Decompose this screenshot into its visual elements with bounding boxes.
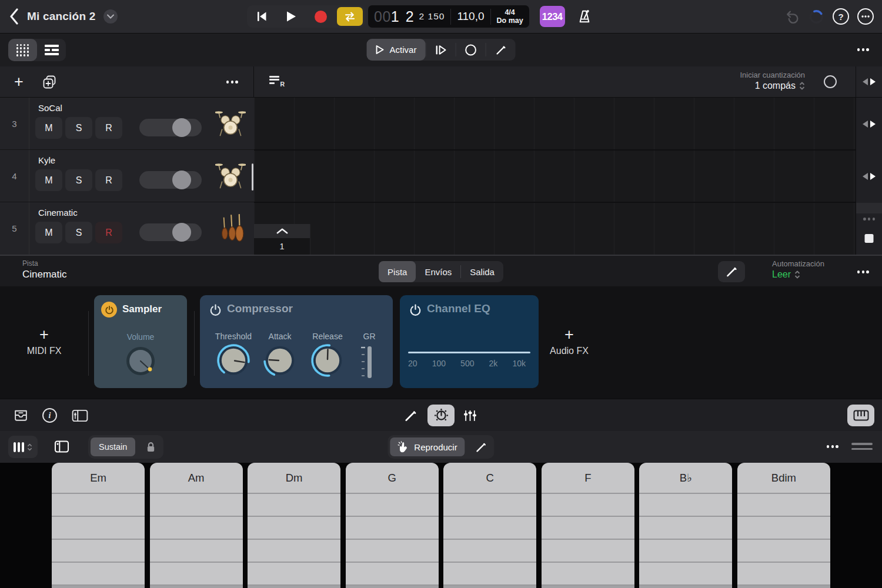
strip-layout-button[interactable] — [8, 436, 38, 458]
metronome-button[interactable] — [573, 6, 596, 27]
release-knob[interactable] — [310, 343, 345, 377]
solo-button[interactable]: S — [65, 117, 92, 139]
chord-strip-f[interactable]: F — [542, 463, 634, 588]
volume-slider[interactable] — [139, 223, 202, 241]
chord-strip-em[interactable]: Em — [52, 463, 145, 588]
strings-icon[interactable] — [215, 212, 246, 244]
compressor-plugin-card[interactable]: Compressor Threshold Attack Release GR — [200, 295, 393, 388]
quantize-control[interactable]: Iniciar cuantización 1 compás — [740, 71, 805, 91]
chord-edit-button[interactable] — [467, 441, 495, 453]
row-playhead-control[interactable] — [856, 98, 882, 150]
mute-button[interactable]: M — [35, 222, 62, 243]
chord-strip-dm[interactable]: Dm — [248, 463, 340, 588]
edit-mode-button[interactable] — [403, 399, 417, 432]
lock-button[interactable] — [138, 441, 163, 453]
sampler-power-button[interactable] — [101, 302, 117, 318]
song-menu-button[interactable] — [103, 9, 118, 24]
edit-pencil-button[interactable] — [486, 39, 515, 61]
region-inspector-icon[interactable]: R — [269, 76, 285, 88]
sampler-plugin-card[interactable]: Sampler Volume — [94, 295, 187, 388]
track-row-cinematic[interactable]: 5 Cinematic M S R — [0, 202, 254, 255]
stop-all-button[interactable] — [865, 234, 874, 243]
chord-strip-bb[interactable]: B♭ — [639, 463, 732, 588]
undo-button[interactable] — [784, 9, 800, 25]
mute-button[interactable]: M — [35, 169, 62, 191]
panel-resize-handle[interactable] — [851, 443, 873, 450]
help-button[interactable]: ? — [833, 8, 849, 25]
chord-strip-g[interactable]: G — [346, 463, 439, 588]
header-width-control[interactable] — [856, 66, 882, 97]
more-button[interactable] — [857, 8, 874, 25]
back-icon[interactable] — [9, 8, 19, 25]
solo-button[interactable]: S — [65, 222, 92, 243]
track-toolbar: + R Iniciar cuantización 1 compás — [0, 66, 882, 98]
track-more-button[interactable] — [226, 81, 238, 83]
chord-play-button[interactable]: Reproducir — [390, 437, 465, 456]
rewind-button[interactable] — [247, 5, 276, 28]
track-name[interactable]: Cinematic — [38, 208, 78, 218]
grid-view-button[interactable] — [8, 39, 37, 61]
volume-slider[interactable] — [139, 171, 202, 189]
record-arm-button[interactable]: R — [95, 117, 122, 139]
sustain-button[interactable]: Sustain — [91, 437, 135, 456]
add-midi-fx-button[interactable]: + MIDI FX — [0, 295, 88, 388]
sampler-volume-knob[interactable] — [124, 345, 157, 377]
mute-button[interactable]: M — [35, 117, 62, 139]
chord-strip-bdim[interactable]: Bdim — [737, 463, 830, 588]
section-collapse-button[interactable] — [254, 224, 310, 238]
volume-slider-knob[interactable] — [172, 171, 191, 189]
record-button[interactable] — [306, 5, 335, 28]
track-name[interactable]: SoCal — [38, 103, 62, 113]
add-audio-fx-button[interactable]: + Audio FX — [537, 295, 602, 388]
chord-sidebar-button[interactable] — [54, 440, 69, 453]
channel-eq-plugin-card[interactable]: Channel EQ 201005002k10k — [400, 295, 539, 388]
keyboard-view-button[interactable] — [847, 405, 874, 426]
cell-grid[interactable]: 1 — [254, 98, 856, 255]
lcd-display[interactable]: 001 2 2 150 110,0 4/4 Do may — [368, 5, 529, 28]
threshold-knob[interactable] — [216, 343, 250, 377]
automation-pencil-button[interactable] — [718, 261, 745, 282]
compressor-power-button[interactable] — [209, 304, 222, 316]
automation-mode-control[interactable]: Leer — [772, 269, 824, 280]
track-scrollbar[interactable] — [252, 163, 253, 191]
add-track-button[interactable]: + — [14, 74, 24, 89]
chord-strip-am[interactable]: Am — [150, 463, 243, 588]
track-row-socal[interactable]: 3 SoCal M S R — [0, 98, 254, 150]
chord-more-button[interactable] — [827, 445, 838, 448]
cycle-button[interactable] — [337, 7, 363, 26]
channel-eq-power-button[interactable] — [409, 304, 422, 316]
mixer-button[interactable] — [463, 399, 477, 432]
song-title[interactable]: Mi canción 2 — [27, 10, 95, 23]
track-name[interactable]: Kyle — [38, 155, 55, 165]
track-row-kyle[interactable]: 4 Kyle M S R — [0, 150, 254, 202]
chord-strip-c[interactable]: C — [443, 463, 536, 588]
tab-pista[interactable]: Pista — [379, 261, 416, 282]
drum-kit-icon[interactable] — [215, 108, 246, 139]
info-button[interactable]: i — [42, 399, 57, 432]
attack-knob[interactable] — [263, 343, 297, 377]
browser-button[interactable] — [13, 399, 29, 432]
play-button[interactable] — [276, 5, 306, 28]
volume-slider[interactable] — [139, 119, 202, 136]
detail-panel-button[interactable] — [72, 399, 88, 432]
count-in-button[interactable]: 1234 — [540, 6, 565, 27]
view-more-button[interactable] — [857, 48, 869, 51]
inspector-more-button[interactable] — [857, 270, 869, 273]
row-playhead-control[interactable] — [856, 150, 882, 202]
row-more-button[interactable] — [863, 218, 875, 220]
record-arm-button[interactable]: R — [95, 169, 122, 191]
record-enable-button[interactable] — [456, 39, 485, 61]
solo-button[interactable]: S — [65, 169, 92, 191]
step-play-button[interactable] — [426, 39, 455, 61]
volume-slider-knob[interactable] — [172, 118, 191, 137]
activate-button[interactable]: Activar — [367, 39, 426, 61]
record-arm-button[interactable]: R — [95, 222, 122, 243]
controls-view-button[interactable] — [427, 405, 455, 426]
tab-envios[interactable]: Envíos — [416, 261, 460, 282]
tracks-view-button[interactable] — [37, 39, 66, 61]
duplicate-track-button[interactable] — [42, 74, 58, 90]
tab-salida[interactable]: Salida — [461, 261, 503, 282]
cell-record-button[interactable] — [824, 75, 837, 88]
drum-kit-icon[interactable] — [215, 160, 246, 192]
volume-slider-knob[interactable] — [172, 223, 191, 242]
